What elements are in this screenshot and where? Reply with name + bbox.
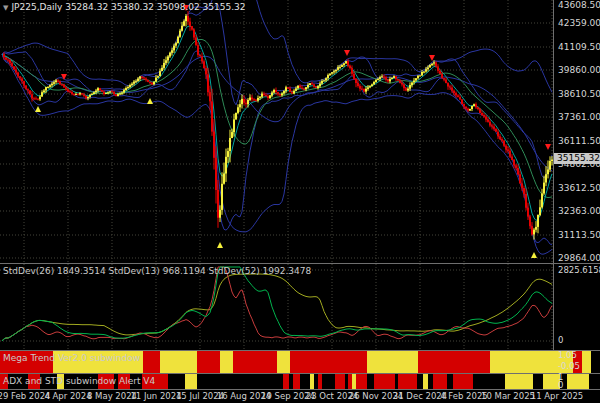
collapse-icon[interactable]: ▼ <box>3 4 8 12</box>
mt4-chart-window: ▼JP225,Daily 35284.32 35380.32 35098.02 … <box>0 0 600 403</box>
mega-scale-top: 1.05 <box>558 351 577 360</box>
price-axis-label: 36111.50 <box>558 137 600 146</box>
stddev-scale-zero: 0 <box>558 336 563 345</box>
symbol-period-label: JP225,Daily <box>11 2 62 12</box>
strip-segment <box>567 374 589 389</box>
main-price-chart[interactable] <box>0 0 553 263</box>
strip-segment <box>143 351 160 373</box>
strip-segment <box>290 351 367 373</box>
strip-segment <box>398 374 417 389</box>
mega-scale-bottom: -0.05 <box>558 362 580 371</box>
strip-segment <box>185 374 197 389</box>
price-axis-label: 42359.00 <box>558 19 600 28</box>
price-axis-label: 37361.00 <box>558 113 600 122</box>
price-axis-label: 43608.50 <box>558 1 600 10</box>
current-price-box: 35155.32 <box>554 153 600 164</box>
time-axis-label: 29 Feb 2024 <box>0 391 50 401</box>
strip-segment <box>418 351 490 373</box>
time-axis-label: 11 Apr 2025 <box>531 391 584 401</box>
strip-segment <box>367 351 418 373</box>
adx-scale-bottom: 0 <box>558 381 563 390</box>
price-axis-label: 33612.50 <box>558 184 600 193</box>
strip-segment <box>197 351 220 373</box>
strip-segment <box>293 374 300 389</box>
time-axis[interactable]: 29 Feb 20244 Apr 20248 May 202411 Jun 20… <box>0 390 600 403</box>
strip-segment <box>374 374 395 389</box>
ohlc-values: 35284.32 35380.32 35098.02 35155.32 <box>65 2 245 12</box>
price-axis-separator <box>553 0 554 389</box>
strip-segment <box>160 351 197 373</box>
time-axis-label: 11 Jun 2024 <box>130 391 181 401</box>
price-axis-label: 39860.00 <box>558 66 600 75</box>
adx-alert-label: ADX and STD subwindow Alert V4 <box>3 376 155 386</box>
time-axis-label: 4 Apr 2024 <box>44 391 91 401</box>
strip-segment <box>233 351 277 373</box>
strip-segment <box>277 351 290 373</box>
strip-segment <box>310 374 314 389</box>
strip-segment <box>582 351 591 373</box>
strip-segment <box>356 374 367 389</box>
strip-segment <box>283 374 289 389</box>
time-axis-label: 31 Dec 2024 <box>393 391 447 401</box>
chart-title: ▼JP225,Daily 35284.32 35380.32 35098.02 … <box>3 2 246 12</box>
mega-trend-label: Mega Trend Ver2.0 subwindow <box>3 353 140 363</box>
stddev-indicator-label: StdDev(26) 1849.3514 StdDev(13) 968.1194… <box>3 266 311 276</box>
price-axis-label: 31113.50 <box>558 231 600 240</box>
strip-segment <box>433 374 447 389</box>
strip-segment <box>220 351 233 373</box>
strip-segment <box>505 374 533 389</box>
strip-segment <box>335 374 345 389</box>
price-axis-label: 32363.00 <box>558 207 600 216</box>
strip-segment <box>423 374 428 389</box>
stddev-subwindow[interactable] <box>0 264 553 349</box>
strip-segment <box>453 374 473 389</box>
price-axis-label: 29864.00 <box>558 254 600 263</box>
price-axis-label: 41109.50 <box>558 43 600 52</box>
stddev-scale-max: 2825.6158 <box>558 266 600 275</box>
time-axis-label: 10 Mar 2025 <box>481 391 535 401</box>
price-axis-label: 38610.50 <box>558 90 600 99</box>
current-price-value: 35155.32 <box>557 153 600 163</box>
strip-segment <box>318 374 322 389</box>
